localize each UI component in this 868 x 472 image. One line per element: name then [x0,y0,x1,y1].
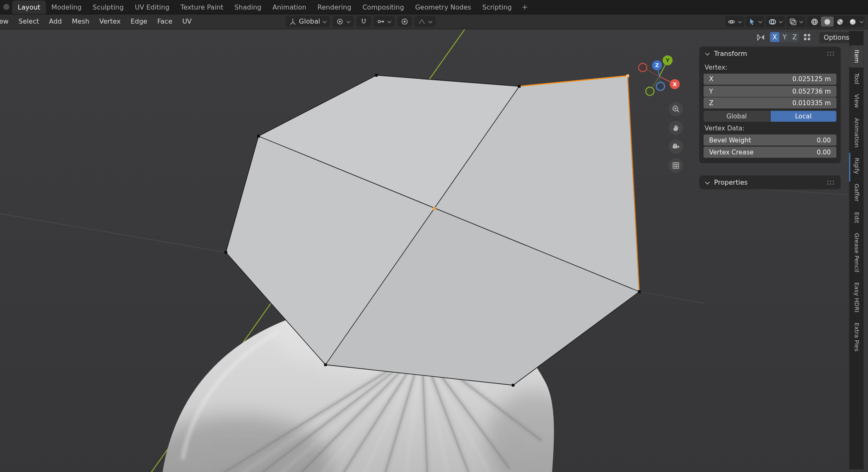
wireframe-shading-icon [810,17,819,26]
menu-face[interactable]: Face [152,14,177,29]
drag-dots-icon[interactable] [827,180,835,185]
sidebar-tab-view[interactable]: View [849,90,863,113]
menu-add[interactable]: Add [44,14,67,29]
snap-magnet-icon [360,18,368,26]
menu-edge[interactable]: Edge [125,14,152,29]
panel-expand-icon [705,51,710,55]
axis-value: 0.052736 m [792,87,831,95]
falloff-curve-icon [418,18,426,26]
falloff-dropdown[interactable] [415,16,436,27]
bevel-weight-field[interactable]: Bevel Weight 0.00 [704,135,837,146]
snap-toggle[interactable] [357,16,371,27]
vertex-x-field[interactable]: X 0.025125 m [704,74,837,85]
vertex-z-field[interactable]: Z 0.010335 m [704,97,837,108]
navigation-gizmo[interactable]: Z Y X [634,51,685,102]
snap-settings-dropdown[interactable] [374,16,395,27]
mirror-axis-z-button[interactable]: Z [790,32,799,42]
workspace-tab-texture-paint[interactable]: Texture Paint [175,0,229,14]
gizmos-dropdown[interactable] [746,16,764,27]
sidebar-tab-animation[interactable]: Animation [849,113,863,152]
workspace-tab-sculpting[interactable]: Sculpting [87,0,129,14]
menu-uv[interactable]: UV [177,14,197,29]
svg-text:X: X [673,81,677,87]
gizmo-z-ball[interactable]: Z [652,60,662,70]
workspace-tab-animation[interactable]: Animation [267,0,312,14]
proportional-editing-toggle[interactable] [398,16,412,27]
gizmo-y-ball[interactable]: Y [663,55,673,65]
visibility-dropdown[interactable] [725,16,744,27]
sidebar-tab-rigify[interactable]: Rigify [849,153,863,178]
mirror-toggle[interactable] [756,33,766,44]
ortho-toggle-button[interactable] [669,158,683,173]
drag-dots-icon[interactable] [827,51,835,56]
snap-grid-toggle[interactable] [803,33,811,44]
coordinate-space-toggle: Global Local [704,111,837,122]
sidebar-tab-grease-pencil[interactable]: Grease Pencil [849,229,863,277]
chevron-down-icon [738,19,742,23]
global-space-button[interactable]: Global [704,111,770,122]
blender-window: Layout Modeling Sculpting UV Editing Tex… [0,0,868,472]
selected-vertex[interactable] [626,75,629,77]
panel-expand-icon [705,179,710,184]
material-shading-button[interactable] [834,17,846,26]
camera-view-button[interactable] [669,140,683,154]
transform-orientation-dropdown[interactable]: Global [286,16,330,27]
workspace-tab-geometry-nodes[interactable]: Geometry Nodes [410,0,477,14]
chevron-down-icon [429,19,432,23]
scroll-indicator[interactable] [849,153,850,182]
pan-button[interactable] [669,120,683,135]
active-vertex[interactable] [433,207,436,210]
viewport-nav-buttons [669,102,683,173]
local-space-button[interactable]: Local [770,111,837,122]
panel-title: Transform [714,50,747,58]
field-value: 0.00 [817,148,831,156]
axis-label: X [709,75,714,83]
menu-select[interactable]: Select [14,14,44,29]
menu-view[interactable]: View [0,14,14,29]
sidebar-tab-extra-pies[interactable]: Extra Pies [849,318,863,356]
viewport-header: View Select Add Mesh Vertex Edge Face UV… [0,14,868,29]
add-workspace-button[interactable]: + [517,0,532,14]
camera-icon [671,142,680,151]
workspace-tab-modeling[interactable]: Modeling [46,0,87,14]
eye-icon [727,17,735,26]
material-shading-icon [836,17,844,26]
gizmo-x-negative-ball[interactable] [639,63,647,72]
chevron-down-icon [860,19,863,23]
rendered-shading-button[interactable] [846,17,859,26]
mirror-axis-y-button[interactable]: Y [780,32,789,42]
vertex-crease-field[interactable]: Vertex Crease 0.00 [704,147,837,158]
menu-mesh[interactable]: Mesh [67,14,94,29]
properties-panel-header[interactable]: Properties [700,176,841,189]
workspace-tab-scripting[interactable]: Scripting [477,0,517,14]
blender-logo-icon [3,4,9,10]
pivot-point-dropdown[interactable] [333,16,354,27]
sidebar-tab-easy-hdri[interactable]: Easy HDRI [849,278,863,317]
sidebar-tab-tool[interactable]: Tool [849,69,863,89]
properties-panel: Properties [700,176,841,189]
transform-panel-header[interactable]: Transform [700,47,841,60]
field-value: 0.00 [817,136,831,144]
vertex-y-field[interactable]: Y 0.052736 m [704,86,837,97]
field-label: Bevel Weight [709,136,751,144]
workspace-tab-shading[interactable]: Shading [229,0,267,14]
wireframe-shading-button[interactable] [808,17,821,26]
workspace-tab-rendering[interactable]: Rendering [312,0,357,14]
solid-shading-button[interactable] [821,17,834,26]
gizmo-z-negative-ball[interactable] [656,82,665,90]
menu-vertex[interactable]: Vertex [94,14,126,29]
blender-app-menu[interactable] [0,0,12,14]
workspace-tab-compositing[interactable]: Compositing [357,0,410,14]
sidebar-tab-edit[interactable]: Edit [849,207,863,228]
sidebar-tab-item[interactable]: Item [849,46,863,67]
zoom-button[interactable] [669,102,683,116]
gizmo-x-ball[interactable]: X [670,79,680,89]
mirror-axis-x-button[interactable]: X [770,32,779,42]
workspace-tab-uv-editing[interactable]: UV Editing [129,0,175,14]
snap-target-icon [377,18,385,26]
sidebar-tab-gaffer[interactable]: Gaffer [849,179,863,206]
xray-toggle-dropdown[interactable] [786,16,805,27]
workspace-tab-layout[interactable]: Layout [12,0,46,14]
overlays-dropdown[interactable] [766,16,785,27]
gizmo-y-negative-ball[interactable] [646,87,654,96]
